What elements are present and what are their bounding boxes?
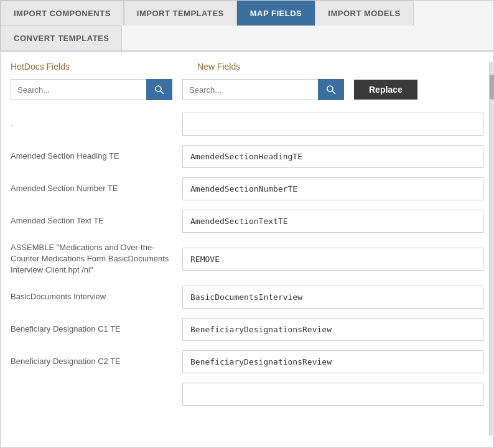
left-search-input[interactable] <box>11 79 146 100</box>
tabs-row: IMPORT COMPONENTS IMPORT TEMPLATES MAP F… <box>1 1 493 52</box>
tab-import-components[interactable]: IMPORT COMPONENTS <box>1 1 124 26</box>
field-right-value <box>182 210 483 233</box>
field-row: . <box>11 110 483 138</box>
field-left-label: Beneficiary Designation C1 TE <box>11 321 172 337</box>
field-row: Beneficiary Designation C1 TE <box>11 316 483 343</box>
field-input[interactable] <box>182 286 483 309</box>
tab-map-fields[interactable]: MAP FIELDS <box>237 1 315 26</box>
right-search-group <box>182 79 344 100</box>
svg-line-3 <box>332 91 335 94</box>
field-left-label: Amended Section Heading TE <box>11 148 172 164</box>
field-input[interactable] <box>182 248 483 271</box>
right-search-icon <box>326 85 336 95</box>
fields-container: . Amended Section Heading TE Amended Sec… <box>11 110 483 413</box>
field-left-label <box>11 392 172 397</box>
field-right-value <box>182 177 483 200</box>
field-row: Amended Section Number TE <box>11 175 483 202</box>
svg-point-0 <box>156 86 161 91</box>
field-row: BasicDocuments Interview <box>11 284 483 311</box>
content-area: HotDocs Fields New Fields <box>1 52 493 423</box>
field-input[interactable] <box>182 113 483 136</box>
left-search-icon <box>154 85 164 95</box>
main-container: IMPORT COMPONENTS IMPORT TEMPLATES MAP F… <box>0 0 494 448</box>
field-input[interactable] <box>182 350 483 373</box>
field-right-value <box>182 383 483 406</box>
field-input[interactable] <box>182 383 483 406</box>
field-right-value <box>182 318 483 341</box>
hotdocs-fields-label: HotDocs Fields <box>11 62 172 72</box>
tab-import-models[interactable]: IMPORT MODELS <box>315 1 413 26</box>
tab-import-templates[interactable]: IMPORT TEMPLATES <box>124 1 237 26</box>
field-input[interactable] <box>182 318 483 341</box>
field-left-label: ASSEMBLE "Medications and Over-the-Count… <box>11 240 172 279</box>
left-search-group <box>11 79 172 100</box>
field-left-label: Amended Section Text TE <box>11 213 172 229</box>
search-row: Replace <box>11 79 483 100</box>
new-fields-label: New Fields <box>197 62 240 72</box>
field-right-value <box>182 350 483 373</box>
field-right-value <box>182 113 483 136</box>
replace-button[interactable]: Replace <box>354 80 417 100</box>
field-input[interactable] <box>182 145 483 168</box>
field-input[interactable] <box>182 210 483 233</box>
scrollbar-track[interactable] <box>489 62 494 436</box>
svg-point-2 <box>327 86 333 91</box>
field-left-label: Beneficiary Designation C2 TE <box>11 353 172 370</box>
field-left-label: . <box>11 116 172 132</box>
svg-line-1 <box>161 91 164 94</box>
field-right-value <box>182 248 483 271</box>
right-search-input[interactable] <box>182 79 318 100</box>
scrollbar-thumb[interactable] <box>490 75 494 100</box>
field-right-value <box>182 145 483 168</box>
field-row: Beneficiary Designation C2 TE <box>11 348 483 376</box>
field-right-value <box>182 286 483 309</box>
field-row: Amended Section Text TE <box>11 207 483 235</box>
field-row: Amended Section Heading TE <box>11 142 483 170</box>
field-input[interactable] <box>182 177 483 200</box>
field-left-label: BasicDocuments Interview <box>11 289 172 305</box>
field-row: ASSEMBLE "Medications and Over-the-Count… <box>11 240 483 279</box>
field-row <box>11 381 483 408</box>
right-search-button[interactable] <box>318 79 344 100</box>
field-left-label: Amended Section Number TE <box>11 180 172 197</box>
left-search-button[interactable] <box>146 79 172 100</box>
tab-convert-templates[interactable]: CONVERT TEMPLATES <box>1 26 122 50</box>
columns-header: HotDocs Fields New Fields <box>11 62 483 72</box>
